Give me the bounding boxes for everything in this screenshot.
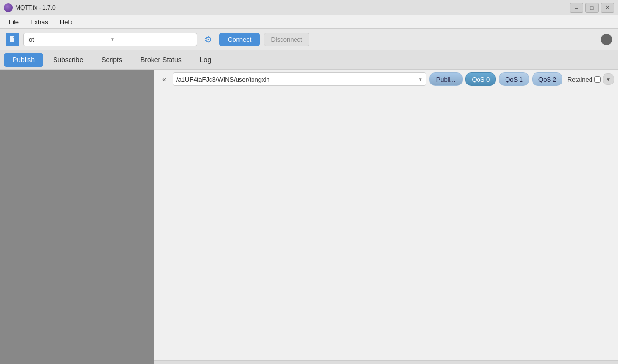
topic-input-wrapper: ▼: [173, 72, 426, 86]
minimize-button[interactable]: –: [570, 3, 583, 13]
right-panel: « ▼ Publi... QoS 0 QoS 1 QoS 2 Retained …: [154, 70, 618, 364]
topic-dropdown-arrow-icon[interactable]: ▼: [418, 77, 423, 82]
title-bar-left: MQTT.fx - 1.7.0: [4, 3, 56, 12]
tab-scripts[interactable]: Scripts: [93, 53, 131, 67]
app-icon: [4, 3, 13, 12]
menu-extras[interactable]: Extras: [26, 17, 53, 27]
retained-label: Retained: [567, 76, 592, 83]
toolbar: iot ▼ ⚙ Connect Disconnect: [0, 29, 618, 50]
svg-rect-0: [10, 36, 14, 42]
retained-area: Retained ▼: [565, 73, 614, 85]
dropdown-arrow-icon: ▼: [110, 37, 193, 42]
close-button[interactable]: ✕: [601, 3, 614, 13]
maximize-button[interactable]: □: [585, 3, 599, 13]
title-bar-title: MQTT.fx - 1.7.0: [15, 4, 56, 11]
tab-broker-status[interactable]: Broker Status: [132, 53, 190, 67]
title-bar: MQTT.fx - 1.7.0 – □ ✕: [0, 0, 618, 15]
new-file-icon: [9, 36, 16, 43]
publish-button[interactable]: Publi...: [429, 72, 463, 86]
menu-help[interactable]: Help: [55, 17, 78, 27]
connect-button[interactable]: Connect: [219, 33, 260, 46]
retained-checkbox[interactable]: [594, 76, 601, 83]
new-connection-button[interactable]: [6, 33, 19, 46]
collapse-button[interactable]: «: [158, 73, 170, 85]
publish-toolbar: « ▼ Publi... QoS 0 QoS 1 QoS 2 Retained …: [154, 70, 618, 89]
left-panel: [0, 70, 154, 364]
connection-status-indicator: [601, 34, 612, 45]
connection-profile-value: iot: [28, 36, 110, 43]
settings-button[interactable]: ⚙: [201, 32, 215, 47]
qos2-button[interactable]: QoS 2: [532, 72, 562, 86]
disconnect-button[interactable]: Disconnect: [264, 33, 309, 46]
tab-bar: Publish Subscribe Scripts Broker Status …: [0, 50, 618, 70]
tab-publish[interactable]: Publish: [4, 53, 43, 67]
title-bar-controls: – □ ✕: [570, 3, 614, 13]
publish-content-area: [154, 89, 618, 360]
tab-subscribe[interactable]: Subscribe: [44, 53, 92, 67]
menu-file[interactable]: File: [4, 17, 24, 27]
bottom-scrollbar[interactable]: [154, 360, 618, 364]
topic-input[interactable]: [176, 76, 418, 83]
menu-bar: File Extras Help: [0, 15, 618, 29]
qos0-button[interactable]: QoS 0: [465, 72, 496, 86]
qos1-button[interactable]: QoS 1: [499, 72, 529, 86]
tab-log[interactable]: Log: [191, 53, 220, 67]
retained-dropdown-button[interactable]: ▼: [603, 73, 614, 85]
connection-profile-dropdown[interactable]: iot ▼: [23, 33, 197, 46]
main-content: « ▼ Publi... QoS 0 QoS 1 QoS 2 Retained …: [0, 70, 618, 364]
